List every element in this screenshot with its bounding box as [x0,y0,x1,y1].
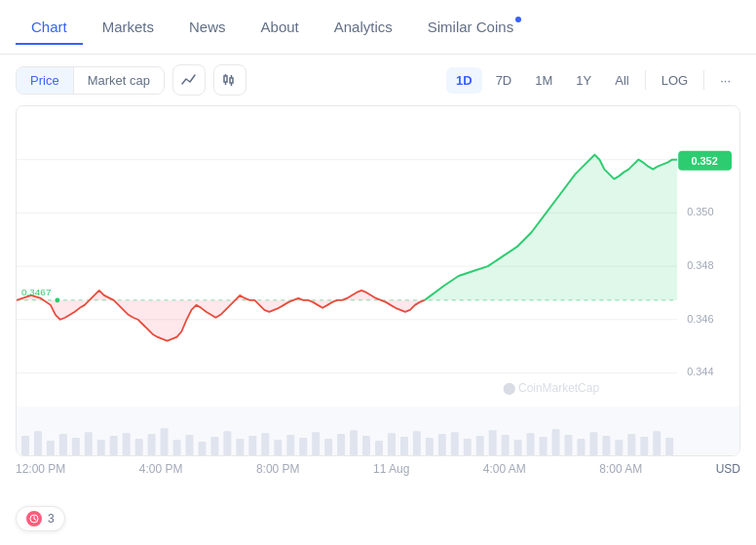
clock-badge[interactable]: 3 [16,506,65,531]
svg-rect-35 [173,440,181,455]
svg-rect-3 [230,78,233,83]
svg-text:0.344: 0.344 [687,366,713,377]
separator2 [703,70,704,90]
more-options-button[interactable]: ··· [710,67,740,94]
svg-rect-68 [589,432,597,455]
svg-rect-53 [400,437,408,455]
clock-icon [26,511,42,526]
time-1y[interactable]: 1Y [566,67,601,94]
svg-point-21 [55,297,59,302]
svg-rect-56 [438,434,446,455]
svg-text:0.348: 0.348 [687,259,713,271]
price-chart[interactable]: 0.352 0.350 0.348 0.346 0.344 0.352 0.34… [16,105,740,456]
svg-rect-38 [210,437,218,455]
svg-text:0.346: 0.346 [687,313,713,325]
svg-line-78 [34,519,36,521]
svg-rect-34 [161,428,169,455]
similar-coins-dot [515,17,521,22]
time-7d[interactable]: 7D [486,67,522,94]
svg-rect-62 [514,440,522,455]
svg-rect-45 [299,438,307,455]
svg-text:0.350: 0.350 [687,206,713,217]
svg-rect-23 [21,436,29,455]
svg-rect-42 [261,433,269,455]
svg-rect-33 [148,434,156,455]
svg-rect-24 [34,431,42,455]
svg-rect-63 [527,433,535,455]
tab-similar-coins[interactable]: Similar Coins [412,11,529,45]
svg-rect-32 [135,439,143,455]
svg-rect-66 [564,435,572,455]
toolbar-right: 1D 7D 1M 1Y All LOG ··· [446,67,740,94]
svg-text:0.352: 0.352 [691,155,717,167]
svg-rect-47 [324,439,332,455]
svg-rect-61 [502,435,510,455]
svg-rect-46 [312,432,320,455]
time-log[interactable]: LOG [652,67,698,94]
svg-rect-30 [110,436,118,455]
svg-rect-31 [123,433,131,455]
x-label-5: 8:00 AM [599,462,642,476]
toolbar: Price Market cap 1D 7D 1M 1Y All LOG [0,55,756,105]
svg-rect-60 [489,430,497,455]
tab-chart[interactable]: Chart [16,11,83,45]
svg-rect-72 [640,437,648,455]
svg-rect-50 [362,436,370,455]
svg-rect-48 [337,434,345,455]
svg-text:⬤ CoinMarketCap: ⬤ CoinMarketCap [503,381,600,395]
x-label-3: 11 Aug [373,462,409,476]
svg-rect-41 [248,436,256,455]
toolbar-left: Price Market cap [16,64,246,96]
x-label-1: 4:00 PM [139,462,183,476]
svg-rect-43 [274,440,282,455]
svg-rect-70 [615,440,623,455]
svg-rect-37 [198,442,206,455]
tab-news[interactable]: News [173,11,242,45]
svg-rect-57 [451,432,459,455]
svg-rect-29 [97,440,105,455]
x-label-2: 8:00 PM [256,462,300,476]
time-1d[interactable]: 1D [446,67,482,94]
svg-rect-49 [350,430,358,455]
svg-rect-54 [413,431,421,455]
line-chart-icon[interactable] [172,64,206,96]
svg-rect-0 [224,76,227,82]
tab-analytics[interactable]: Analytics [319,11,408,45]
svg-rect-69 [602,436,610,455]
separator [645,70,646,90]
svg-rect-26 [59,434,67,455]
svg-rect-27 [72,438,80,455]
svg-rect-44 [286,435,294,455]
time-all[interactable]: All [605,67,638,94]
market-cap-button[interactable]: Market cap [74,67,164,94]
time-1m[interactable]: 1M [525,67,562,94]
svg-rect-55 [426,438,434,455]
price-button[interactable]: Price [17,67,74,94]
chart-svg: 0.352 0.350 0.348 0.346 0.344 0.352 0.34… [17,106,739,455]
svg-rect-73 [653,431,661,455]
svg-rect-74 [665,438,673,455]
usd-label: USD [716,462,740,476]
svg-rect-65 [552,429,560,455]
tab-markets[interactable]: Markets [87,11,170,45]
svg-rect-39 [223,431,231,455]
x-label-0: 12:00 PM [16,462,65,476]
svg-rect-28 [85,432,93,455]
candle-chart-icon[interactable] [213,64,246,96]
nav-tabs: Chart Markets News About Analytics Simil… [0,0,756,55]
svg-text:0.3467: 0.3467 [21,287,52,297]
x-axis-labels: 12:00 PM 4:00 PM 8:00 PM 11 Aug 4:00 AM … [0,456,756,476]
tab-about[interactable]: About [246,11,315,45]
svg-rect-64 [540,437,548,455]
svg-rect-71 [627,434,635,455]
metric-toggle: Price Market cap [16,66,165,95]
svg-rect-67 [577,439,585,455]
svg-rect-25 [47,441,55,455]
svg-rect-58 [464,439,472,455]
svg-rect-51 [375,441,383,455]
svg-rect-36 [186,435,194,455]
badge-count: 3 [48,512,55,526]
svg-rect-40 [236,439,244,455]
x-label-4: 4:00 AM [483,462,526,476]
svg-rect-59 [476,436,484,455]
